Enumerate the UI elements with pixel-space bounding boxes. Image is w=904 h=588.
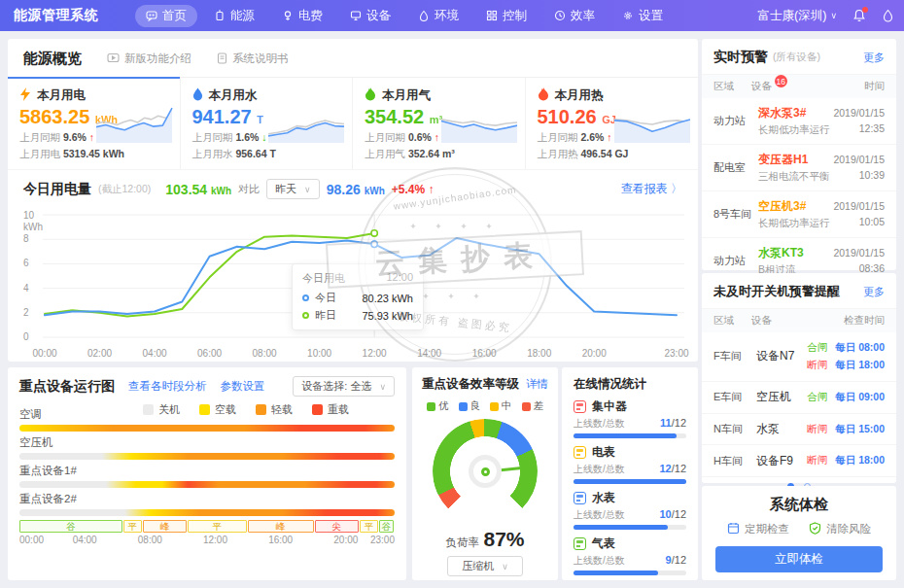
grid-icon	[486, 10, 498, 21]
switch-more-link[interactable]: 更多	[863, 285, 885, 299]
load-rate-value: 87%	[483, 528, 524, 550]
lightning-icon	[19, 87, 31, 104]
legend-off-swatch	[143, 404, 154, 415]
nav-item-home[interactable]: 首页	[135, 5, 197, 27]
drop-icon	[192, 87, 203, 104]
today-usage-title: 今日用电量	[23, 181, 91, 198]
efficiency-title: 重点设备效率等级	[422, 376, 519, 393]
sparkline-electricity	[94, 101, 174, 144]
details-link[interactable]: 详情	[526, 377, 548, 392]
calendar-icon	[727, 522, 740, 536]
legend-idle-swatch	[199, 404, 210, 415]
kpi-value: 510.26	[538, 106, 597, 127]
today-series-dot	[302, 294, 309, 301]
equip-row-label: 重点设备1#	[19, 464, 395, 478]
online-title: 在线情况统计	[574, 376, 686, 393]
nav-item-device[interactable]: 设备	[339, 5, 401, 27]
water-drop-icon[interactable]	[882, 9, 894, 22]
tou-seg-flat: 平	[123, 520, 142, 533]
svg-text:10:00: 10:00	[307, 348, 331, 359]
tou-seg-peak: 峰	[143, 520, 187, 533]
compare-select[interactable]: 昨天∨	[266, 179, 320, 199]
kpi-card-heat[interactable]: 本月用热 510.26 GJ 上月同期 2.6% ↑ 上月用热 496.54 G…	[526, 78, 699, 169]
svg-text:08:00: 08:00	[253, 348, 277, 359]
nav-item-environment[interactable]: 环境	[407, 5, 469, 27]
today-usage-bar: 今日用电量 (截止12:00) 103.54 kWh 对比 昨天∨ 98.26 …	[8, 169, 698, 203]
legend-mid-swatch	[490, 402, 499, 411]
leaf-drop-icon	[418, 10, 430, 21]
svg-text:kWh: kWh	[23, 222, 43, 232]
switch-row: N车间 水泵 断闸每日 15:00	[702, 414, 896, 446]
svg-text:12:00: 12:00	[363, 348, 387, 359]
kpi-card-electricity[interactable]: 本月用电 5863.25 kWh 上月同期 9.6% ↑ 上月用电 5319.4…	[8, 78, 181, 169]
delta-badge: +5.4% ↑	[392, 183, 435, 196]
svg-text:14:00: 14:00	[417, 348, 441, 359]
overview-title: 能源概览	[23, 50, 82, 68]
sparkline-gas	[439, 101, 519, 144]
kpi-value: 354.52	[365, 106, 424, 127]
concentrator-icon	[574, 400, 586, 413]
nav-item-control[interactable]: 控制	[475, 5, 538, 27]
nav-item-settings[interactable]: 设置	[611, 5, 674, 27]
svg-text:23:00: 23:00	[664, 348, 688, 359]
param-settings-link[interactable]: 参数设置	[221, 379, 265, 394]
sparkline-water	[266, 101, 346, 144]
svg-text:8: 8	[23, 233, 29, 244]
alerts-more-link[interactable]: 更多	[863, 51, 885, 65]
tou-timeline: 谷 平 峰 平 峰 尖 平 谷	[19, 520, 395, 533]
chevron-down-icon: ∨	[304, 185, 311, 194]
tou-seg-valley: 谷	[19, 520, 122, 533]
checkup-now-button[interactable]: 立即体检	[715, 546, 883, 572]
system-manual-link[interactable]: 系统说明书	[217, 52, 289, 66]
app-title: 能源管理系统	[14, 7, 98, 24]
online-stats-card: 在线情况统计 集中器 上线数/总数11/12 电表 上线数/总数12/12 水表…	[562, 367, 698, 580]
svg-text:04:00: 04:00	[143, 348, 167, 359]
device-select[interactable]: 设备选择: 全选∨	[293, 376, 395, 397]
nav-item-efficiency[interactable]: 效率	[543, 5, 606, 27]
new-features-link[interactable]: 新版功能介绍	[107, 52, 191, 66]
tou-seg-valley: 谷	[379, 520, 394, 533]
alerts-table-header: 区域 设备16 时间	[702, 74, 896, 98]
document-icon	[217, 52, 227, 66]
checkup-title: 系统体检	[702, 496, 896, 514]
kpi-value: 5863.25	[19, 106, 89, 127]
gauge-hub	[469, 455, 502, 488]
energy-dashboard: 能源管理系统 首页 能源 电费 设备 环境	[0, 0, 904, 588]
nav-item-fee[interactable]: 电费	[271, 5, 333, 27]
kpi-card-water[interactable]: 本月用水 941.27 T 上月同期 1.6% ↓ 上月用水 956.64 T	[181, 78, 354, 169]
clear-risk-item: 清除风险	[809, 522, 871, 536]
kpi-value: 941.27	[192, 106, 252, 127]
view-report-link[interactable]: 查看报表 〉	[621, 181, 682, 197]
online-item-wmeter: 水表 上线数/总数10/12	[574, 490, 686, 530]
alert-row: 配电室 变压器H1三相电流不平衡 2019/01/1510:39	[702, 145, 896, 191]
equipment-run-card: 重点设备运行图 查看各时段分析 参数设置 设备选择: 全选∨ 关机 空载 轻载 …	[8, 367, 406, 580]
company-selector[interactable]: 富士康(深圳) ∨	[758, 8, 837, 24]
realtime-alerts-card: 实时预警 (所有设备) 更多 区域 设备16 时间 动力站 深水泵3#长期低功率…	[702, 39, 896, 270]
top-navbar: 能源管理系统 首页 能源 电费 设备 环境	[0, 0, 904, 31]
svg-text:02:00: 02:00	[87, 348, 112, 359]
nav-right: 富士康(深圳) ∨	[758, 8, 894, 24]
tou-seg-sharp: 尖	[315, 520, 359, 533]
trend-up-icon: ↑	[607, 131, 611, 143]
switch-alerts-card: 未及时开关机预警提醒 更多 区域 设备 检查时间 F车间 设备N7 合闸每日 0…	[702, 273, 896, 483]
legend-exc-swatch	[427, 402, 435, 411]
switch-table-header: 区域 设备 检查时间	[702, 308, 896, 332]
kpi-card-gas[interactable]: 本月用气 354.52 m³ 上月同期 0.6% ↑ 上月用气 352.64 m…	[353, 78, 526, 169]
period-analysis-link[interactable]: 查看各时段分析	[128, 379, 207, 394]
tou-seg-flat: 平	[188, 520, 246, 533]
alert-row: 8号车间 空压机3#长期低功率运行 2019/01/1510:05	[702, 191, 896, 238]
today-usage-chart[interactable]: 10kWh8642000:0002:0004:0006:0008:0010:00…	[8, 203, 698, 374]
kpi-row: 本月用电 5863.25 kWh 上月同期 9.6% ↑ 上月用电 5319.4…	[8, 77, 698, 169]
water-meter-icon	[574, 492, 586, 504]
alerts-title: 实时预警	[713, 49, 768, 66]
gear-icon	[622, 10, 634, 21]
switch-row: H车间 设备F9 断闸每日 18:00	[702, 445, 896, 477]
tou-seg-flat: 平	[360, 520, 378, 533]
compressor-select[interactable]: 压缩机∨	[447, 556, 523, 576]
notification-bell-icon[interactable]	[852, 9, 866, 22]
video-icon	[107, 52, 120, 65]
equip-run-bar	[19, 481, 395, 488]
electric-meter-icon	[574, 446, 586, 459]
nav-item-energy[interactable]: 能源	[203, 5, 265, 27]
svg-text:10: 10	[23, 210, 35, 221]
